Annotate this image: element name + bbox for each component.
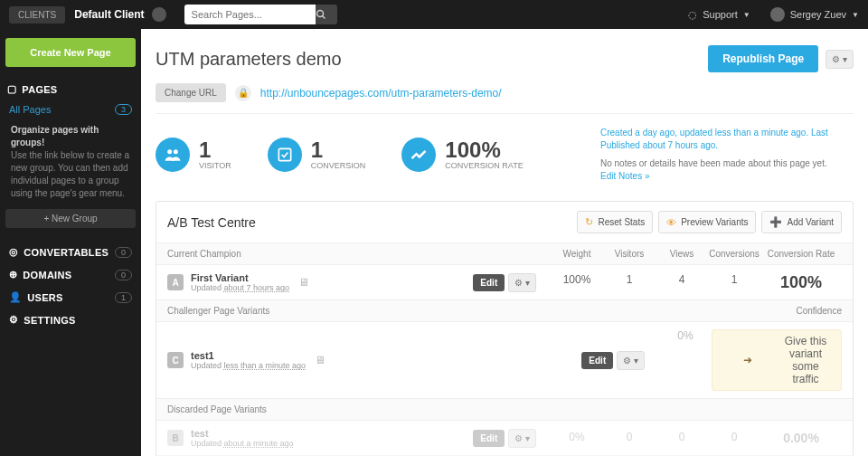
sidebar-settings[interactable]: ⚙SETTINGS — [5, 309, 136, 331]
support-icon: ◌ — [688, 9, 697, 21]
republish-button[interactable]: Republish Page — [708, 45, 818, 72]
reset-icon: ↻ — [585, 216, 593, 228]
svg-point-3 — [174, 149, 178, 154]
sidebar-convertables[interactable]: ◎CONVERTABLES0 — [5, 241, 136, 263]
user-avatar-icon — [770, 7, 785, 22]
main-content: UTM parameters demo Republish Page ⚙ ▾ C… — [141, 29, 868, 456]
client-avatar[interactable] — [152, 7, 166, 22]
eye-icon: 👁 — [666, 217, 676, 228]
chevron-down-icon: ▼ — [743, 11, 750, 19]
ab-header-row: Current Champion WeightVisitorsViewsConv… — [156, 243, 853, 265]
pages-count-badge: 3 — [115, 104, 132, 115]
variant-gear-button[interactable]: ⚙ ▾ — [617, 351, 645, 370]
variant-gear-button[interactable]: ⚙ ▾ — [508, 273, 536, 292]
settings-icon: ⚙ — [9, 314, 18, 326]
svg-rect-4 — [278, 148, 290, 160]
convertables-icon: ◎ — [9, 246, 18, 258]
stat-visitors: 1VISITOR — [156, 127, 231, 183]
search-button[interactable] — [316, 5, 337, 24]
sidebar: Create New Page ▢PAGES All Pages3 Organi… — [0, 29, 141, 456]
ab-test-panel: A/B Test Centre ↻Reset Stats 👁Preview Va… — [156, 201, 854, 456]
lock-icon: 🔒 — [235, 85, 251, 101]
monitor-icon[interactable]: 🖥 — [298, 276, 309, 289]
preview-variants-button[interactable]: 👁Preview Variants — [658, 211, 756, 233]
variant-row-champion: A First VariantUpdated about 7 hours ago… — [156, 265, 853, 300]
variant-row-challenger: C test1Updated less than a minute ago 🖥 … — [156, 322, 853, 399]
change-url-button[interactable]: Change URL — [156, 83, 226, 102]
support-menu[interactable]: ◌ Support ▼ — [688, 9, 750, 21]
topbar: CLIENTS Default Client ◌ Support ▼ Serge… — [0, 0, 868, 29]
users-icon: 👤 — [9, 291, 22, 303]
search-input[interactable] — [184, 5, 316, 24]
rate-icon — [401, 138, 436, 172]
visitors-icon — [156, 138, 190, 172]
reset-stats-button[interactable]: ↻Reset Stats — [577, 211, 653, 233]
add-variant-button[interactable]: ➕Add Variant — [761, 211, 842, 233]
conversions-icon — [268, 138, 302, 172]
svg-point-0 — [316, 11, 323, 17]
svg-point-2 — [167, 149, 172, 154]
variant-badge: A — [167, 274, 184, 290]
variant-name[interactable]: test — [191, 428, 294, 439]
variant-badge: C — [167, 352, 184, 368]
sidebar-domains[interactable]: ⊕DOMAINS0 — [5, 263, 136, 286]
discarded-section-label: Discarded Page Variants — [156, 399, 853, 421]
variant-row-discarded: B testUpdated about a minute ago Edit ⚙ … — [156, 421, 853, 456]
variant-badge: B — [167, 430, 184, 446]
edit-variant-button[interactable]: Edit — [473, 274, 505, 291]
user-menu[interactable]: Sergey Zuev ▼ — [763, 7, 859, 22]
create-page-button[interactable]: Create New Page — [5, 38, 136, 67]
edit-variant-button[interactable]: Edit — [473, 430, 505, 447]
challenger-section-label: Challenger Page VariantsConfidence — [156, 300, 853, 322]
page-meta: Created a day ago, updated less than a m… — [600, 127, 854, 183]
pages-icon: ▢ — [7, 83, 16, 95]
chevron-down-icon: ▼ — [852, 11, 859, 19]
globe-icon: ⊕ — [9, 269, 17, 280]
arrow-icon: ➜ — [722, 354, 774, 366]
variant-gear-button[interactable]: ⚙ ▾ — [508, 429, 536, 448]
sidebar-tip: Organize pages with groups!Use the link … — [5, 120, 136, 204]
edit-notes-link[interactable]: Edit Notes » — [600, 171, 649, 181]
svg-line-1 — [322, 16, 325, 19]
sidebar-pages-heading[interactable]: ▢PAGES — [5, 80, 136, 99]
clients-button[interactable]: CLIENTS — [9, 6, 65, 24]
variant-name[interactable]: First Variant — [191, 272, 289, 283]
meta-timestamps[interactable]: Created a day ago, updated less than a m… — [600, 128, 828, 150]
variant-name[interactable]: test1 — [191, 350, 306, 361]
monitor-icon[interactable]: 🖥 — [315, 354, 326, 366]
client-name: Default Client — [74, 8, 144, 21]
sidebar-all-pages[interactable]: All Pages3 — [5, 99, 136, 120]
page-url-link[interactable]: http://unbouncepages.com/utm-parameters-… — [260, 87, 502, 100]
edit-variant-button[interactable]: Edit — [581, 352, 613, 369]
page-gear-button[interactable]: ⚙ ▾ — [826, 50, 854, 69]
sidebar-users[interactable]: 👤USERS1 — [5, 286, 136, 309]
new-group-button[interactable]: + New Group — [5, 209, 136, 228]
plus-icon: ➕ — [769, 216, 782, 228]
give-traffic-callout[interactable]: ➜Give this variant some traffic — [712, 329, 842, 391]
stat-rate: 100%CONVERSION RATE — [401, 127, 523, 183]
ab-title: A/B Test Centre — [167, 215, 256, 230]
page-title: UTM parameters demo — [156, 49, 342, 70]
stat-conversions: 1CONVERSION — [268, 127, 366, 183]
